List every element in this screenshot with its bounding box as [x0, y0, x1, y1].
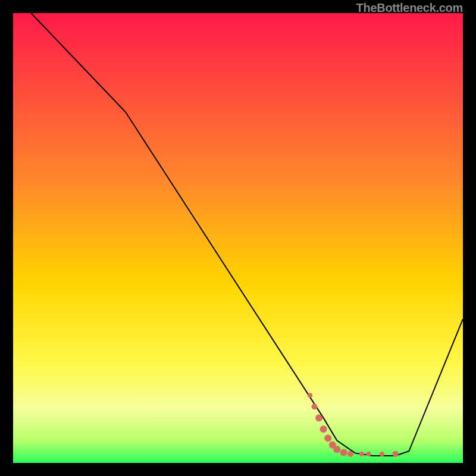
highlight-dot	[347, 451, 353, 457]
highlight-dot	[333, 446, 340, 453]
highlight-dot	[340, 449, 347, 456]
highlight-dot	[312, 404, 318, 410]
highlight-dot	[380, 452, 384, 456]
highlight-dot	[324, 434, 331, 441]
highlight-dot	[359, 452, 364, 456]
highlight-dot	[315, 414, 322, 421]
chart-frame	[13, 13, 463, 463]
highlight-dot	[320, 425, 327, 433]
gradient-background	[13, 13, 463, 463]
highlight-dot	[308, 393, 312, 398]
chart-svg	[13, 13, 463, 463]
highlight-dot	[366, 452, 371, 456]
highlight-dot	[393, 451, 399, 457]
